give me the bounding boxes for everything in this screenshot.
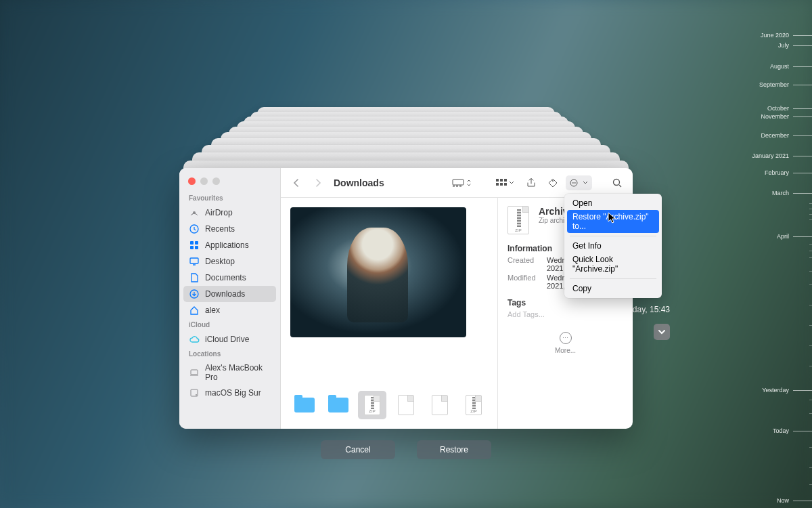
- sidebar-item-label: Documents: [205, 273, 246, 282]
- menu-separator: [570, 236, 656, 236]
- home-icon: [189, 305, 200, 316]
- timeline-label[interactable]: October: [767, 105, 789, 112]
- chevron-down-icon: [583, 180, 588, 186]
- sidebar-item-airdrop[interactable]: AirDrop: [179, 205, 280, 221]
- chevron-down-icon: [509, 180, 514, 186]
- svg-point-26: [614, 179, 620, 185]
- tag-icon: [548, 178, 558, 188]
- apps-icon: [189, 240, 200, 251]
- modified-label: Modified: [508, 274, 543, 290]
- menu-item-copy[interactable]: Copy: [564, 282, 662, 295]
- menu-item-open[interactable]: Open: [564, 196, 662, 210]
- thumbnail-zip[interactable]: ZIP: [358, 391, 386, 419]
- action-menu-button[interactable]: [566, 175, 592, 190]
- timeline-label[interactable]: Yesterday: [762, 387, 789, 394]
- thumbnail-zip[interactable]: ZIP: [459, 391, 488, 419]
- svg-rect-5: [195, 246, 198, 249]
- timeline[interactable]: June 2020 July August September October …: [717, 0, 812, 508]
- next-snapshot-button[interactable]: [654, 324, 670, 340]
- view-mode-button[interactable]: [448, 175, 476, 190]
- search-button[interactable]: [608, 175, 626, 190]
- grid-icon: [496, 179, 507, 187]
- sidebar-item-label: AirDrop: [205, 208, 233, 217]
- chevron-left-icon: [293, 179, 300, 187]
- search-icon: [612, 178, 622, 188]
- sidebar: FavouritesAirDropRecentsApplicationsDesk…: [179, 168, 281, 429]
- chevron-right-icon: [315, 179, 321, 187]
- sidebar-item-label: Applications: [205, 240, 249, 250]
- sidebar-item-documents[interactable]: Documents: [179, 270, 280, 286]
- sidebar-item-recents[interactable]: Recents: [179, 221, 280, 237]
- download-icon: [189, 289, 200, 299]
- sidebar-item-alex-s-macbook-pro[interactable]: Alex's MacBook Pro: [179, 360, 280, 385]
- restore-button[interactable]: Restore: [417, 440, 491, 459]
- more-button[interactable]: ⋯ More...: [508, 332, 623, 354]
- ellipsis-icon: ⋯: [560, 332, 572, 344]
- chevron-updown-icon: [466, 179, 472, 187]
- minimize-window-button[interactable]: [200, 177, 208, 185]
- menu-item-quick[interactable]: Quick Look "Archive.zip": [564, 253, 662, 276]
- folder-icon: [294, 398, 315, 412]
- svg-point-21: [552, 180, 554, 182]
- zoom-window-button[interactable]: [212, 177, 220, 185]
- tags-header: Tags: [508, 298, 623, 308]
- svg-rect-8: [191, 370, 198, 375]
- cancel-button[interactable]: Cancel: [321, 440, 395, 459]
- timeline-label[interactable]: March: [772, 190, 789, 196]
- timeline-label[interactable]: December: [761, 132, 789, 139]
- share-icon: [526, 178, 536, 188]
- sidebar-item-downloads[interactable]: Downloads: [183, 286, 276, 302]
- doc-icon: [432, 395, 448, 415]
- sidebar-item-label: Alex's MacBook Pro: [205, 363, 271, 382]
- timeline-label[interactable]: November: [761, 113, 789, 120]
- svg-point-24: [573, 182, 574, 184]
- timeline-label[interactable]: September: [759, 81, 789, 88]
- timeline-label[interactable]: August: [770, 63, 789, 70]
- forward-button[interactable]: [309, 175, 327, 190]
- sidebar-item-icloud-drive[interactable]: iCloud Drive: [179, 331, 280, 347]
- thumbnail-doc[interactable]: [392, 391, 420, 419]
- sidebar-section-header: iCloud: [179, 318, 280, 331]
- thumbnail-doc[interactable]: [426, 391, 454, 419]
- sidebar-item-applications[interactable]: Applications: [179, 237, 280, 253]
- thumbnail-folder[interactable]: [324, 391, 353, 419]
- svg-rect-16: [500, 179, 503, 182]
- timeline-label[interactable]: June 2020: [761, 32, 789, 39]
- sidebar-item-label: alex: [205, 305, 220, 315]
- thumbnail-row: ZIPZIP: [290, 391, 488, 419]
- timeline-label[interactable]: Today: [773, 427, 789, 434]
- timeline-label[interactable]: February: [765, 169, 789, 176]
- sidebar-section-header: Favourites: [179, 192, 280, 205]
- window-title: Downloads: [334, 177, 384, 188]
- folder-icon: [328, 398, 348, 412]
- sidebar-item-alex[interactable]: alex: [179, 302, 280, 318]
- menu-item-get[interactable]: Get Info: [564, 239, 662, 253]
- svg-rect-14: [459, 186, 461, 187]
- tags-button[interactable]: [544, 175, 562, 190]
- thumbnail-folder[interactable]: [290, 391, 319, 419]
- share-button[interactable]: [522, 175, 540, 190]
- svg-rect-4: [190, 246, 194, 249]
- svg-point-10: [196, 394, 197, 396]
- sidebar-item-label: macOS Big Sur: [205, 388, 261, 398]
- svg-rect-15: [496, 179, 499, 182]
- sidebar-item-label: Downloads: [205, 289, 245, 299]
- timeline-label[interactable]: April: [777, 233, 789, 240]
- timeline-label[interactable]: July: [778, 42, 789, 49]
- sidebar-item-macos-big-sur[interactable]: macOS Big Sur: [179, 385, 280, 401]
- gallery-view: ZIPZIP: [281, 198, 497, 429]
- sidebar-item-label: iCloud Drive: [205, 335, 249, 344]
- timeline-label[interactable]: Now: [777, 497, 789, 504]
- svg-rect-18: [496, 183, 499, 186]
- sidebar-item-desktop[interactable]: Desktop: [179, 253, 280, 270]
- airdrop-icon: [189, 207, 200, 218]
- sidebar-item-label: Desktop: [205, 257, 235, 266]
- close-window-button[interactable]: [188, 177, 196, 185]
- context-menu: OpenRestore "Archive.zip" to...Get InfoQ…: [564, 194, 662, 298]
- svg-rect-17: [504, 179, 507, 182]
- group-by-button[interactable]: [492, 175, 518, 190]
- add-tags-field[interactable]: Add Tags...: [508, 310, 623, 318]
- back-button[interactable]: [288, 175, 305, 190]
- timeline-label[interactable]: January 2021: [752, 152, 789, 159]
- menu-separator: [570, 278, 656, 279]
